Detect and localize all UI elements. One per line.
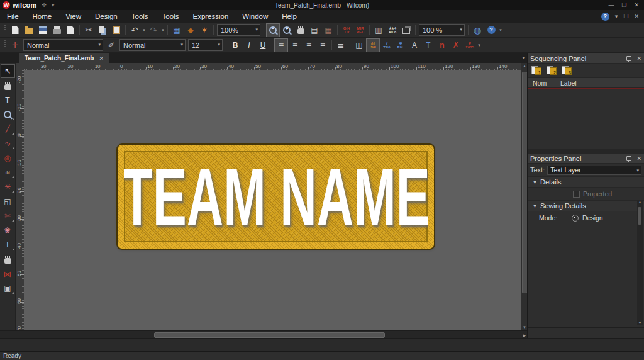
print-button[interactable] (50, 23, 64, 37)
move-tool-button[interactable]: ✛ (8, 38, 22, 52)
format-painter-button[interactable]: ✐ (104, 38, 118, 52)
scroll-right-icon[interactable]: ▶ (523, 333, 526, 337)
color-film-button[interactable]: ▦ (170, 23, 184, 37)
print-preview-button[interactable] (64, 23, 77, 37)
object-edit-tool[interactable]: ▣ (1, 281, 15, 295)
text-more-dropdown[interactable]: ▾ (477, 39, 482, 52)
menu-home-1[interactable]: Home (26, 10, 59, 23)
group-layer-button[interactable]: 3 (562, 66, 572, 75)
menu-file-0[interactable]: File (0, 10, 26, 23)
doc-close-icon[interactable]: ✕ (634, 13, 639, 20)
cut-button[interactable]: ✂ (82, 23, 96, 37)
menu-view-2[interactable]: View (58, 10, 88, 23)
italic-button[interactable]: I (242, 38, 256, 52)
tab-list-dropdown-icon[interactable]: ▾ (522, 55, 525, 60)
properted-checkbox[interactable] (573, 191, 580, 198)
sequencing-panel-close-icon[interactable]: ✕ (636, 55, 641, 62)
overview-window-button[interactable]: ▦ (321, 23, 335, 37)
select-tool[interactable]: ↖ (1, 64, 15, 78)
stitch-info-button[interactable]: ★k4 ●0.8 (386, 23, 399, 37)
pin-icon[interactable] (626, 56, 631, 61)
curve-pen-tool[interactable]: ∿ (1, 137, 15, 150)
align-left-button[interactable]: ≡ (274, 38, 288, 52)
redo-button[interactable]: ↷ (147, 23, 160, 37)
patch-text-object[interactable]: TEAM NAME (124, 155, 428, 238)
stitch-effects-button[interactable]: ılıl JHI (366, 38, 380, 52)
font-combo[interactable]: Normal▾ (119, 39, 186, 51)
scroll-up-icon[interactable]: ▲ (637, 200, 643, 204)
quick-access-add-icon[interactable]: ✛ (42, 2, 47, 8)
properties-scroll-thumb[interactable] (638, 207, 641, 225)
align-center-button[interactable]: ≡ (288, 38, 302, 52)
save-file-button[interactable] (36, 23, 50, 37)
properties-scrollbar[interactable]: ▲ ▼ (637, 200, 643, 325)
bold-button[interactable]: B (228, 38, 242, 52)
thread-colors-tool[interactable]: ❀ (1, 223, 15, 237)
patch-object[interactable]: TEAM NAME (118, 145, 434, 249)
open-file-button[interactable] (22, 23, 36, 37)
horizontal-scrollbar[interactable]: ▶ (0, 330, 527, 338)
design-canvas[interactable]: TEAM NAME (24, 70, 521, 330)
monogram-tool[interactable]: T (1, 238, 15, 252)
stitch-n-button[interactable]: n (435, 38, 449, 52)
duplicate-layer-button[interactable]: 2 (547, 66, 557, 75)
menu-window-7[interactable]: Window (235, 10, 275, 23)
show-stitches-toggle[interactable]: MIR REC (353, 23, 367, 37)
fancy-fill-button[interactable]: ✻ P9L (394, 38, 408, 52)
doc-restore-icon[interactable]: ❐ (623, 13, 628, 20)
baseline-button[interactable]: Ŧ (421, 38, 435, 52)
select-by-color-button[interactable]: ◆ (184, 23, 197, 37)
help-button[interactable]: ? (484, 23, 498, 37)
doc-help-icon[interactable]: ? (601, 13, 609, 21)
patch-background-fill[interactable]: TEAM NAME (124, 151, 428, 242)
remove-overlap-button[interactable]: ✗ (449, 38, 463, 52)
zoom-out-button[interactable] (266, 23, 280, 37)
toolbar-more-dropdown[interactable]: ▾ (498, 24, 503, 37)
cascade-windows-button[interactable] (399, 23, 413, 37)
secondary-zoom-combo[interactable]: 100 %▾ (419, 24, 465, 36)
horizontal-scroll-thumb[interactable] (154, 332, 385, 338)
design-mode-radio[interactable] (572, 215, 579, 222)
stitch-spray-tool[interactable]: ✳ (1, 180, 15, 194)
function-values-button[interactable]: ƒ TB6 (380, 38, 394, 52)
zoom-in-button[interactable] (280, 23, 294, 37)
style-combo[interactable]: Normal▾ (23, 39, 103, 51)
scroll-up-icon[interactable]: ▲ (522, 64, 527, 68)
document-tab-close-icon[interactable]: ✕ (99, 55, 104, 62)
restore-button[interactable]: ❐ (621, 2, 626, 8)
doc-help-dropdown-icon[interactable]: ▾ (615, 13, 618, 20)
mirror-merge-tool[interactable]: ⋈ (1, 267, 15, 281)
pin-icon[interactable] (626, 156, 631, 161)
menu-tools-4[interactable]: Tools (125, 10, 155, 23)
scroll-down-icon[interactable]: ▼ (522, 325, 527, 329)
undo-button[interactable]: ↶ (128, 23, 142, 37)
details-section-header[interactable]: ▼ Details (528, 176, 644, 188)
minimize-button[interactable]: — (608, 2, 614, 8)
zoom-tool[interactable] (1, 108, 15, 121)
menu-tools-5[interactable]: Tools (155, 10, 186, 23)
show-objects-toggle[interactable]: O.H T k (340, 23, 353, 37)
menu-design-3[interactable]: Design (88, 10, 125, 23)
menu-expression-6[interactable]: Expression (186, 10, 235, 23)
menu-help-8[interactable]: Help (275, 10, 304, 23)
magic-wand-button[interactable]: ✶ (197, 23, 211, 37)
undo-dropdown[interactable]: ▾ (142, 24, 147, 37)
letter-kerning-button[interactable]: A (408, 38, 421, 52)
underline-button[interactable]: U (256, 38, 270, 52)
object-selector-combo[interactable]: Text Layer ▾ (547, 166, 641, 175)
stitch-angle-tool[interactable]: ılıl (1, 166, 15, 179)
paste-button[interactable] (109, 23, 123, 37)
stitch-count-button[interactable]: ✗ 2035 (463, 38, 477, 52)
quick-access-dropdown-icon[interactable]: ▾ (52, 2, 55, 8)
zoom-level-combo[interactable]: 100%▾ (217, 24, 260, 36)
scroll-down-icon[interactable]: ▼ (637, 321, 643, 325)
align-right-button[interactable]: ≡ (302, 38, 316, 52)
document-tab[interactable]: Team_Patch_Final.emb ✕ (19, 53, 109, 63)
pan-tool-2[interactable] (1, 252, 15, 266)
lettering-tool[interactable]: T (1, 93, 15, 107)
sewing-section-header[interactable]: ▼ Sewing Details (528, 200, 644, 211)
font-size-combo[interactable]: 12▾ (188, 39, 223, 51)
copy-button[interactable] (96, 23, 109, 37)
stitch-list-button[interactable]: ▤ (308, 23, 321, 37)
reshape-tool[interactable]: ◱ (1, 194, 15, 208)
